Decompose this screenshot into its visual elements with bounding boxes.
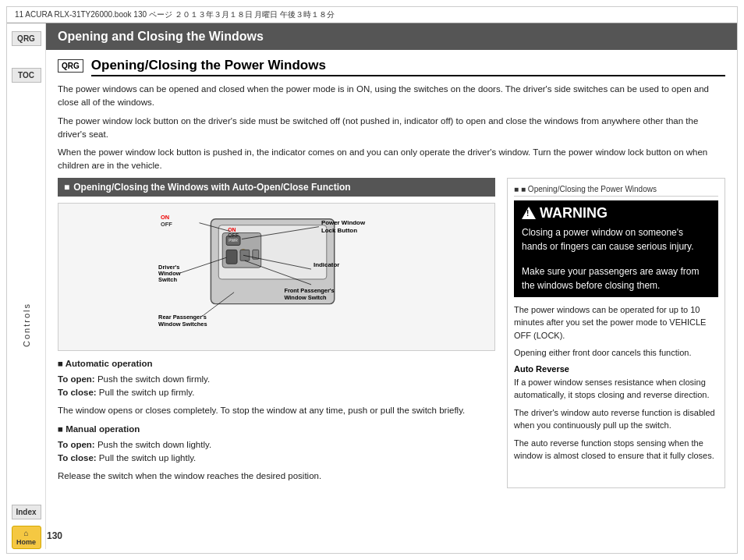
svg-text:Switch: Switch [158,275,177,282]
manual-body: Release the switch when the window reach… [58,470,495,483]
warning-box: WARNING Closing a power window on someon… [514,200,718,297]
main-content: QRG TOC Controls Index ⌂ Home Opening an… [7,23,737,549]
svg-text:PWR: PWR [229,239,238,243]
svg-text:Indicator: Indicator [314,261,339,268]
header-text: 11 ACURA RLX-31TY26000.book 130 ページ ２０１３… [15,9,335,20]
info-text-2: Opening either front door cancels this f… [514,346,718,360]
section-title: Opening/Closing the Power Windows [91,58,725,76]
home-icon: ⌂ [23,529,28,537]
svg-text:Lock Button: Lock Button [321,226,357,233]
toc-button[interactable]: TOC [12,68,41,83]
manual-open-text: Push the switch down lightly. [97,440,211,449]
auto-reverse-text: If a power window senses resistance when… [514,376,718,402]
body-text-3: When the power window lock button is pus… [46,146,737,173]
right-col: ■ ■ Opening/Closing the Power Windows WA… [507,178,725,488]
breadcrumb-text: ■ Opening/Closing the Power Windows [521,185,657,193]
warning-title: WARNING [522,205,710,222]
right-breadcrumb: ■ ■ Opening/Closing the Power Windows [514,185,718,197]
manual-close-label: To close: [58,453,97,463]
manual-open-label: To open: [58,440,95,449]
title-bar: Opening and Closing the Windows [46,23,737,50]
svg-rect-7 [240,250,250,261]
svg-text:Front Passenger's: Front Passenger's [284,286,334,293]
subsection-title: Opening/Closing the Windows with Auto-Op… [73,182,350,193]
manual-op-section: ■ Manual operation To open: Push the swi… [58,423,495,466]
page-number: 130 [47,530,62,541]
qrg-tag: QRG [58,59,83,73]
qrg-button[interactable]: QRG [12,31,41,46]
warning-label: WARNING [540,205,608,222]
svg-text:Window Switch: Window Switch [284,293,327,300]
section-header: QRG Opening/Closing the Power Windows [46,58,737,76]
auto-op-title: ■ Automatic operation [58,357,495,370]
manual-close: To close: Pull the switch up lightly. [58,452,495,465]
subsection-header: Opening/Closing the Windows with Auto-Op… [58,178,495,197]
index-button[interactable]: Index [12,505,41,519]
sidebar: QRG TOC Controls Index ⌂ Home [7,23,46,549]
auto-open-label: To open: [58,374,95,384]
svg-text:Power Window: Power Window [321,218,366,225]
svg-text:OFF: OFF [228,232,239,237]
diagram-svg: PWR ON OFF [58,204,494,350]
svg-text:Rear Passenger's: Rear Passenger's [158,314,207,321]
home-button[interactable]: ⌂ Home [12,526,41,549]
auto-body: The window opens or closes completely. T… [58,404,495,417]
warning-text-2: Make sure your passengers are away from … [522,264,710,292]
svg-text:ON: ON [161,213,169,220]
auto-open: To open: Push the switch down firmly. [58,373,495,386]
body-text-1: The power windows can be opened and clos… [46,83,737,110]
body-text-2: The power window lock button on the driv… [46,115,737,142]
window-diagram: PWR ON OFF [58,203,495,351]
info-text-4: The auto reverse function stops sensing … [514,437,718,463]
auto-open-text: Push the switch down firmly. [97,374,210,384]
warning-text-1: Closing a power window on someone's hand… [522,225,710,253]
manual-open: To open: Push the switch down lightly. [58,438,495,452]
auto-close-text: Pull the switch up firmly. [99,388,195,397]
auto-close: To close: Pull the switch up firmly. [58,386,495,399]
info-text-3: The driver's window auto reverse functio… [514,406,718,432]
auto-close-label: To close: [58,388,97,397]
auto-op-section: ■ Automatic operation To open: Push the … [58,357,495,400]
left-col: Opening/Closing the Windows with Auto-Op… [58,178,495,488]
manual-op-title: ■ Manual operation [58,423,495,436]
warning-triangle-icon [522,207,536,219]
info-text-1: The power windows can be operated for up… [514,303,718,342]
controls-label: Controls [22,303,31,347]
home-label: Home [16,538,36,546]
auto-reverse-title: Auto Reverse [514,364,718,374]
page-title: Opening and Closing the Windows [58,30,264,43]
two-col-layout: Opening/Closing the Windows with Auto-Op… [46,178,737,488]
manual-close-text: Pull the switch up lightly. [99,453,196,463]
page-outer: 11 ACURA RLX-31TY26000.book 130 ページ ２０１３… [6,6,738,554]
breadcrumb-icon: ■ [514,185,519,193]
sidebar-controls: Controls [22,148,31,502]
header-strip: 11 ACURA RLX-31TY26000.book 130 ページ ２０１３… [7,7,737,23]
content-body: Opening and Closing the Windows QRG Open… [46,23,737,549]
svg-rect-6 [226,250,237,264]
svg-text:Window Switches: Window Switches [158,321,207,328]
svg-text:OFF: OFF [161,220,172,227]
